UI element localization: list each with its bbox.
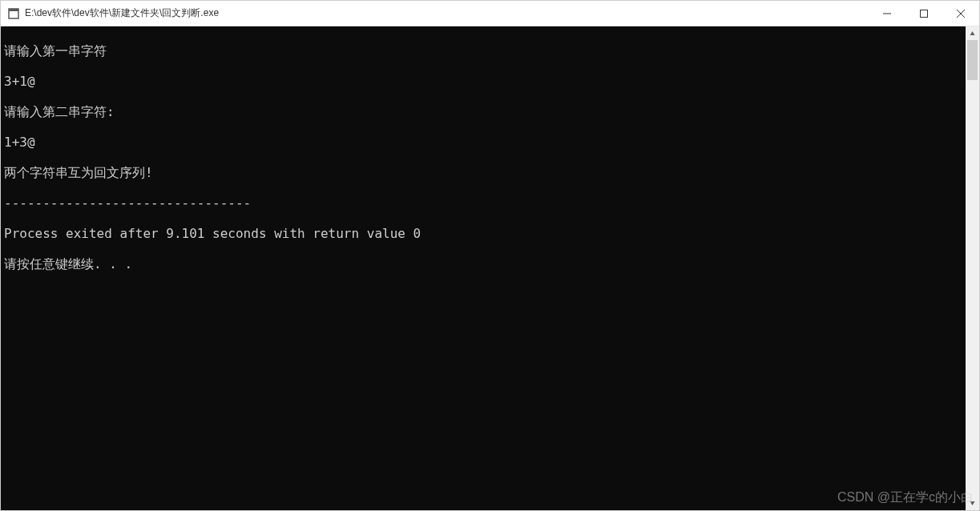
console-line: 请输入第二串字符: [4,104,962,119]
console-line: 3+1@ [4,74,962,89]
close-button[interactable] [942,1,979,26]
svg-rect-3 [921,10,928,18]
console-wrapper: 请输入第一串字符 3+1@ 请输入第二串字符: 1+3@ 两个字符串互为回文序列… [1,26,979,510]
console-line: Process exited after 9.101 seconds with … [4,226,962,241]
window-controls [869,1,979,26]
window-title: E:\dev软件\dev软件\新建文件夹\回文判断.exe [25,6,869,20]
console-output[interactable]: 请输入第一串字符 3+1@ 请输入第二串字符: 1+3@ 两个字符串互为回文序列… [1,26,966,510]
scroll-up-arrow[interactable] [966,26,979,40]
scrollbar-track[interactable] [966,40,979,497]
console-line: -------------------------------- [4,195,962,211]
maximize-button[interactable] [905,1,942,26]
console-window: E:\dev软件\dev软件\新建文件夹\回文判断.exe 请输入第一串字符 3… [0,0,980,511]
scrollbar-thumb[interactable] [967,40,978,80]
titlebar[interactable]: E:\dev软件\dev软件\新建文件夹\回文判断.exe [1,1,979,26]
svg-rect-1 [9,9,18,11]
console-line: 1+3@ [4,135,962,150]
minimize-button[interactable] [869,1,905,26]
console-line: 请输入第一串字符 [4,43,962,58]
console-line: 请按任意键继续. . . [4,256,962,272]
scroll-down-arrow[interactable] [966,497,979,510]
svg-marker-6 [970,31,975,35]
app-icon [7,7,20,20]
vertical-scrollbar[interactable] [966,26,979,510]
console-line: 两个字符串互为回文序列! [4,165,962,180]
svg-marker-7 [970,501,975,505]
